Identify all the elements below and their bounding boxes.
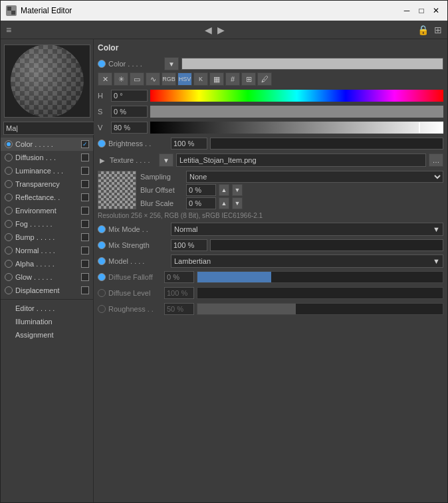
minimize-button[interactable]: ─ <box>401 5 413 17</box>
sidebar-label-luminance: Luminance . . . <box>15 167 78 175</box>
menu-button[interactable]: ≡ <box>3 23 14 37</box>
checkbox-color[interactable] <box>81 140 89 148</box>
texture-row: ▶ Texture . . . . ▼ Letitia_Stojan_Item.… <box>98 152 443 168</box>
checkbox-transparency[interactable] <box>81 180 89 188</box>
blur-offset-spinner-up[interactable]: ▲ <box>219 184 229 196</box>
texture-more-button[interactable]: … <box>429 153 443 167</box>
sidebar-label-glow: Glow . . . . . <box>15 273 78 281</box>
blur-offset-spinner-down[interactable]: ▼ <box>232 184 243 196</box>
diffuse-level-label: Diffuse Level <box>108 289 162 297</box>
sidebar-item-bump[interactable]: Bump . . . . . <box>1 231 93 244</box>
checkbox-normal[interactable] <box>81 247 89 254</box>
sidebar-item-fog[interactable]: Fog . . . . . . <box>1 217 93 231</box>
window-title: Material Editor <box>21 6 401 15</box>
checker-overlay <box>11 45 84 118</box>
k-button[interactable]: K <box>193 72 208 86</box>
sidebar-item-displacement[interactable]: Displacement <box>1 284 93 297</box>
eyedropper-button[interactable]: 🖊 <box>257 72 272 86</box>
h-value-input[interactable] <box>111 90 148 102</box>
sidebar-item-diffusion[interactable]: Diffusion . . . <box>1 151 93 164</box>
sidebar-item-environment[interactable]: Environment <box>1 204 93 217</box>
v-value-input[interactable] <box>111 122 148 134</box>
close-button[interactable]: ✕ <box>430 5 442 17</box>
sidebar-label-editor: Editor . . . . . <box>15 304 89 312</box>
sidebar-item-illumination[interactable]: Illumination <box>1 315 93 328</box>
sidebar-label-fog: Fog . . . . . . <box>15 220 78 228</box>
brightness-row: Brightness . . <box>98 136 443 151</box>
sidebar-items: Color . . . . . Diffusion . . . Luminanc… <box>1 136 93 343</box>
sidebar-item-normal[interactable]: Normal . . . . <box>1 244 93 257</box>
right-panel: Color Color . . . . ▼ ✕ ✳ ▭ ∿ RGB HSV K … <box>94 39 447 502</box>
sidebar-item-color[interactable]: Color . . . . . <box>1 138 93 151</box>
wave-icon-button[interactable]: ∿ <box>146 72 160 86</box>
texture-preview-area: Sampling None Blur Offset ▲ ▼ Blur Scale <box>98 171 443 209</box>
s-value-input[interactable] <box>111 106 148 118</box>
roughness-bar <box>197 303 443 315</box>
hsv-button[interactable]: HSV <box>177 72 192 86</box>
checkbox-luminance[interactable] <box>81 167 89 175</box>
asterisk-icon-button[interactable]: ✳ <box>114 72 128 86</box>
blur-scale-spinner-down[interactable]: ▼ <box>232 197 243 209</box>
blur-offset-input[interactable] <box>186 184 216 196</box>
diffuse-level-input[interactable] <box>164 287 194 299</box>
blur-scale-input[interactable] <box>186 197 216 209</box>
rgb-button[interactable]: RGB <box>162 72 176 86</box>
v-label: V <box>98 124 108 132</box>
checkbox-reflectance[interactable] <box>81 193 89 201</box>
sidebar-item-alpha[interactable]: Alpha . . . . . <box>1 257 93 270</box>
sidebar-label-color: Color . . . . . <box>15 140 78 148</box>
blur-offset-label: Blur Offset <box>140 186 183 194</box>
checkbox-displacement[interactable] <box>81 286 89 294</box>
material-editor-window: Material Editor ─ □ ✕ ≡ ◀ ▶ 🔒 ⊞ ▼ ⊙ <box>0 0 448 503</box>
checkbox-environment[interactable] <box>81 207 89 215</box>
sidebar-item-transparency[interactable]: Transparency <box>1 177 93 191</box>
checkbox-bump[interactable] <box>81 233 89 241</box>
radio-fog <box>5 220 13 228</box>
radio-color <box>5 140 13 148</box>
texture-expand-button[interactable]: ▶ <box>98 155 107 165</box>
sidebar-item-glow[interactable]: Glow . . . . . <box>1 270 93 284</box>
sidebar-label-transparency: Transparency <box>15 180 78 188</box>
maximize-button[interactable]: □ <box>415 5 427 17</box>
mix-strength-input[interactable] <box>171 239 207 251</box>
diffuse-falloff-input[interactable] <box>164 271 194 283</box>
model-dropdown[interactable]: Lambertian ▼ <box>171 254 443 268</box>
sidebar-item-editor[interactable]: Editor . . . . . <box>1 302 93 315</box>
sidebar-label-bump: Bump . . . . . <box>15 233 78 241</box>
saturation-bar <box>150 106 443 118</box>
v-slider-row: V <box>98 120 443 135</box>
model-value: Lambertian <box>174 257 211 265</box>
lock-button[interactable]: 🔒 <box>415 23 431 37</box>
blur-scale-spinner-up[interactable]: ▲ <box>219 197 229 209</box>
material-name-input[interactable] <box>3 122 100 135</box>
sampling-select[interactable]: None <box>186 171 443 183</box>
h-slider-row: H <box>98 88 443 103</box>
sidebar-item-luminance[interactable]: Luminance . . . <box>1 164 93 177</box>
square-icon-button[interactable]: ▭ <box>130 72 144 86</box>
grid1-button[interactable]: ▦ <box>209 72 224 86</box>
sidebar-item-reflectance[interactable]: Reflectance. . <box>1 191 93 204</box>
expand-button[interactable]: ⊞ <box>431 23 445 37</box>
roughness-input[interactable] <box>164 303 194 315</box>
main-area: ▼ ⊙ Color . . . . . Diffusion . . . Lu <box>1 39 447 502</box>
h-label: H <box>98 92 108 100</box>
cross-icon-button[interactable]: ✕ <box>98 72 112 86</box>
back-button[interactable]: ◀ <box>202 23 215 37</box>
grid2-button[interactable]: ⊞ <box>241 72 256 86</box>
brightness-bar <box>210 138 443 150</box>
texture-type-dropdown[interactable]: ▼ <box>159 153 173 167</box>
mix-mode-dropdown[interactable]: Normal ▼ <box>171 223 443 236</box>
mix-mode-row: Mix Mode . . Normal ▼ <box>98 222 443 237</box>
hash-button[interactable]: # <box>225 72 240 86</box>
forward-button[interactable]: ▶ <box>215 23 227 37</box>
checkbox-fog[interactable] <box>81 220 89 228</box>
checkbox-diffusion[interactable] <box>81 153 89 161</box>
radio-diffusion <box>5 153 13 161</box>
checkbox-alpha[interactable] <box>81 260 89 268</box>
name-row: ▼ ⊙ <box>1 120 93 136</box>
radio-model <box>98 257 106 265</box>
sidebar-item-assignment[interactable]: Assignment <box>1 328 93 342</box>
color-dropdown-button[interactable]: ▼ <box>164 57 179 70</box>
checkbox-glow[interactable] <box>81 273 89 281</box>
brightness-value-input[interactable] <box>171 138 207 150</box>
